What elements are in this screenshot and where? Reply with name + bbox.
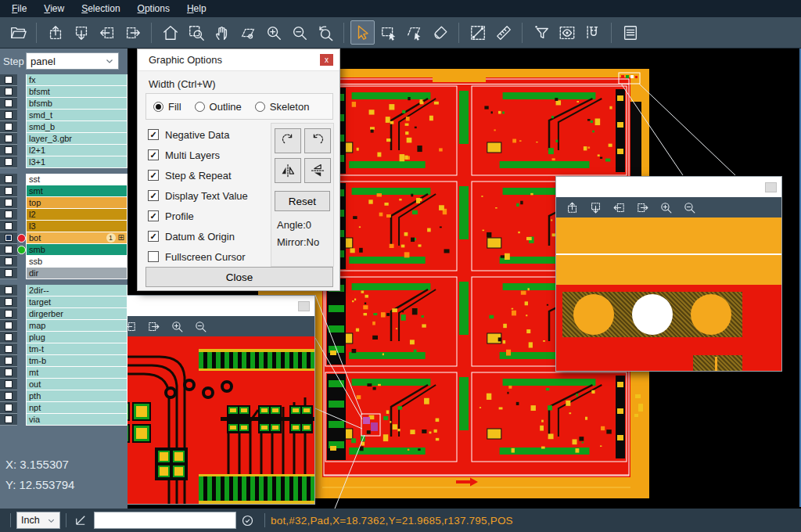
move-up-icon[interactable] — [43, 20, 67, 45]
layer-checkbox[interactable] — [0, 145, 17, 156]
open-folder-icon[interactable] — [5, 20, 30, 45]
ruler-icon[interactable] — [491, 20, 515, 45]
snap-icon[interactable] — [580, 20, 605, 45]
mirror-vertical-icon[interactable] — [275, 158, 301, 183]
layer-name[interactable]: map — [26, 320, 128, 332]
layer-name[interactable]: l3 — [26, 221, 128, 232]
zoom-out-icon[interactable] — [191, 318, 210, 335]
layer-checkbox[interactable] — [0, 232, 17, 244]
grid-icon[interactable]: ⊞ — [118, 234, 124, 242]
layer-row-smd_b[interactable]: smd_b — [0, 121, 128, 133]
layer-row-l2+1[interactable]: l2+1 — [0, 145, 128, 156]
checkbox-negative-data[interactable]: ✓Negative Data — [148, 124, 248, 145]
step-select[interactable]: panel — [26, 52, 119, 70]
close-icon[interactable]: x — [320, 54, 333, 66]
layer-name[interactable]: npt — [26, 402, 128, 414]
view-box-icon[interactable] — [555, 20, 579, 45]
menu-options[interactable]: Options — [129, 3, 178, 14]
mirror-horizontal-icon[interactable] — [304, 158, 331, 183]
layer-row-l2[interactable]: l2 — [0, 209, 128, 221]
layer-checkbox[interactable] — [0, 197, 17, 209]
move-right-icon[interactable] — [120, 20, 145, 45]
checkbox-display-text-value[interactable]: ✓Display Text Value — [148, 185, 248, 206]
unit-select[interactable]: Inch — [16, 512, 60, 529]
move-up-icon[interactable] — [562, 199, 581, 216]
layer-name[interactable]: l2 — [26, 209, 128, 221]
rotate-ccw-icon[interactable] — [304, 128, 331, 153]
layer-name[interactable]: smb — [26, 244, 128, 256]
layer-row-via[interactable]: via — [0, 414, 128, 426]
layer-checkbox[interactable] — [0, 86, 17, 98]
window-button-icon[interactable] — [298, 301, 310, 311]
layer-checkbox[interactable] — [0, 343, 17, 355]
rotate-cw-icon[interactable] — [275, 128, 301, 153]
menu-file[interactable]: File — [3, 3, 35, 14]
layer-row-map[interactable]: map — [0, 320, 128, 332]
layer-name[interactable]: smt — [26, 185, 128, 197]
checkbox-fullscreen-cursor[interactable]: Fullscreen Cursor — [148, 246, 248, 267]
radio-fill[interactable]: Fill — [153, 101, 181, 113]
layer-name[interactable]: out — [26, 379, 128, 390]
menu-help[interactable]: Help — [178, 3, 215, 14]
reset-button[interactable]: Reset — [275, 191, 330, 211]
magnifier-right-titlebar[interactable] — [556, 177, 781, 197]
pan-hand-icon[interactable] — [210, 20, 234, 45]
layer-row-layer_3.gbr[interactable]: layer_3.gbr — [0, 133, 128, 145]
layer-checkbox[interactable] — [0, 268, 17, 279]
layer-checkbox[interactable] — [0, 156, 17, 168]
zoom-previous-icon[interactable] — [313, 20, 337, 45]
layer-row-dir[interactable]: dir — [0, 268, 128, 279]
magnifier-window-right[interactable] — [555, 176, 782, 372]
checkbox-datum-origin[interactable]: ✓Datum & Origin — [148, 226, 248, 246]
refresh-icon[interactable] — [241, 514, 254, 527]
layer-row-dirgerber[interactable]: dirgerber — [0, 308, 128, 320]
layer-name[interactable]: ssb — [26, 256, 128, 268]
layer-name[interactable]: dirgerber — [26, 308, 128, 320]
zoom-in-icon[interactable] — [261, 20, 286, 45]
layer-row-top[interactable]: top — [0, 197, 128, 209]
layer-checkbox[interactable] — [0, 414, 17, 426]
layer-checkbox[interactable] — [0, 285, 17, 297]
layer-row-tm-b[interactable]: tm-b — [0, 355, 128, 367]
layer-panel-icon[interactable] — [618, 20, 642, 45]
zoom-in-icon[interactable] — [167, 318, 186, 335]
layer-checkbox[interactable] — [0, 244, 17, 256]
layer-row-plug[interactable]: plug — [0, 332, 128, 343]
layer-checkbox[interactable] — [0, 320, 17, 332]
home-icon[interactable] — [158, 20, 182, 45]
layer-row-out[interactable]: out — [0, 379, 128, 390]
layer-checkbox[interactable] — [0, 379, 17, 390]
move-right-icon[interactable] — [633, 199, 652, 216]
layer-name[interactable]: smd_b — [26, 121, 128, 133]
layer-name[interactable]: l2+1 — [26, 145, 128, 156]
zoom-in-icon[interactable] — [656, 199, 675, 216]
layer-row-target[interactable]: target — [0, 297, 128, 308]
dialog-titlebar[interactable]: Graphic Options x — [138, 49, 339, 71]
layer-name[interactable]: layer_3.gbr — [26, 133, 128, 145]
layer-name[interactable]: 2dir-- — [26, 285, 128, 297]
layer-row-smd_t[interactable]: smd_t — [0, 110, 128, 121]
layer-row-sst[interactable]: sst — [0, 174, 128, 185]
layer-row-smb[interactable]: smb — [0, 244, 128, 256]
layer-checkbox[interactable] — [0, 402, 17, 414]
zoom-window-icon[interactable] — [184, 20, 208, 45]
layer-row-l3[interactable]: l3 — [0, 221, 128, 232]
move-left-icon[interactable] — [95, 20, 119, 45]
layer-checkbox[interactable] — [0, 390, 17, 402]
radio-skeleton[interactable]: Skeleton — [255, 101, 310, 113]
layer-checkbox[interactable] — [0, 209, 17, 221]
layer-name[interactable]: plug — [26, 332, 128, 343]
layer-checkbox[interactable] — [0, 133, 17, 145]
layer-name[interactable]: top — [26, 197, 128, 209]
close-button[interactable]: Close — [145, 267, 333, 287]
checkbox-profile[interactable]: ✓Profile — [148, 206, 248, 226]
layer-checkbox[interactable] — [0, 74, 17, 86]
checkbox-multi-layers[interactable]: ✓Multi Layers — [148, 145, 248, 165]
move-left-icon[interactable] — [609, 199, 628, 216]
layer-name[interactable]: dir — [26, 268, 128, 279]
layer-name[interactable]: l3+1 — [26, 156, 128, 168]
layer-row-smt[interactable]: smt — [0, 185, 128, 197]
layer-checkbox[interactable] — [0, 110, 17, 121]
layer-name[interactable]: tm-t — [26, 343, 128, 355]
measure-line-icon[interactable] — [465, 20, 490, 45]
